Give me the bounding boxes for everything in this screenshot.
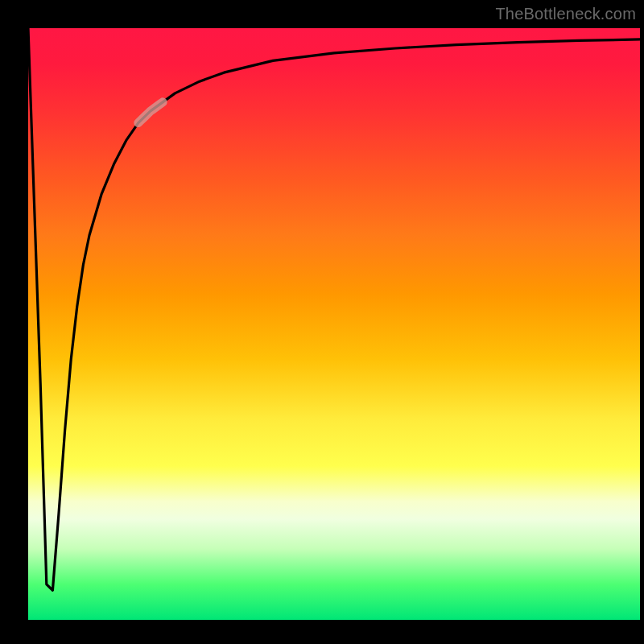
chart-frame: TheBottleneck.com [0,0,644,644]
bottleneck-curve-svg [28,28,640,620]
plot-area [28,28,640,620]
bottleneck-curve-path [28,28,640,590]
watermark-text: TheBottleneck.com [495,5,636,23]
highlight-segment-path [138,102,163,123]
